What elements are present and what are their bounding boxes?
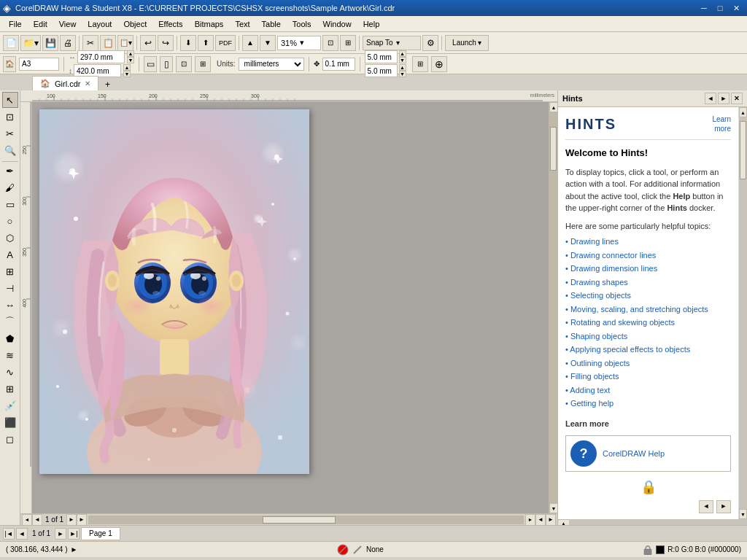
- launch-dropdown[interactable]: Launch ▾: [445, 35, 489, 51]
- menu-tools[interactable]: Tools: [287, 18, 317, 30]
- tool-table[interactable]: ⊞: [2, 263, 18, 279]
- hints-learn-more-link[interactable]: Learnmore: [712, 114, 731, 133]
- page-last-button[interactable]: ►|: [68, 528, 80, 540]
- tool-eyedropper[interactable]: 💉: [2, 397, 18, 413]
- print-button[interactable]: 🖨: [60, 35, 76, 51]
- menu-table[interactable]: Table: [256, 18, 287, 30]
- page-first-button[interactable]: |◄: [3, 528, 15, 540]
- tool-connector[interactable]: ↔: [2, 297, 18, 313]
- topic-drawing-lines[interactable]: • Drawing lines: [565, 235, 731, 249]
- undo-button[interactable]: ↩: [140, 35, 156, 51]
- hscroll-prev-button[interactable]: ◄: [32, 514, 42, 526]
- tool-bspline[interactable]: ⌒: [2, 314, 18, 330]
- height-down-button[interactable]: ▼: [123, 71, 131, 77]
- hints-forward-button[interactable]: ►: [716, 500, 731, 513]
- hscroll-track[interactable]: [88, 516, 524, 524]
- hints-nav-right[interactable]: ►: [718, 93, 729, 104]
- options-button[interactable]: ⚙: [422, 35, 438, 51]
- zoom-page-button[interactable]: ⊞: [340, 35, 356, 51]
- zoom-dropdown[interactable]: 31% ▾: [277, 36, 321, 50]
- hscroll-last-button[interactable]: ►: [77, 514, 87, 526]
- add-tab-button[interactable]: +: [101, 79, 113, 90]
- topic-shaping-objects[interactable]: • Shaping objects: [565, 330, 731, 343]
- hints-scroll-track[interactable]: [739, 117, 747, 509]
- horizontal-scrollbar[interactable]: ◄ ◄ 1 of 1 ► ► ► ◄ ►: [20, 513, 557, 525]
- pos-x-input[interactable]: [365, 50, 398, 63]
- minimize-button[interactable]: ─: [696, 0, 712, 16]
- menu-help[interactable]: Help: [357, 18, 386, 30]
- scroll-right-button[interactable]: ►: [525, 514, 535, 526]
- export-pdf-button[interactable]: PDF: [215, 35, 236, 51]
- tool-crop[interactable]: ✂: [2, 125, 18, 141]
- export-button[interactable]: ⬆: [198, 35, 214, 51]
- tool-parallel-dimension[interactable]: ⊣: [2, 280, 18, 296]
- portrait-button[interactable]: ▭: [144, 56, 157, 72]
- page-type-portrait[interactable]: 🏠: [3, 56, 16, 72]
- units-select[interactable]: millimeters inches pixels: [239, 58, 304, 71]
- tool-freehand-draw[interactable]: ✒: [2, 163, 18, 179]
- import-button[interactable]: ⬇: [180, 35, 196, 51]
- scroll-thumb-vertical[interactable]: [550, 127, 557, 171]
- scroll-left-button[interactable]: ◄: [22, 514, 32, 526]
- menu-text[interactable]: Text: [229, 18, 255, 30]
- tool-zoom[interactable]: 🔍: [2, 142, 18, 158]
- snap-to-dropdown[interactable]: Snap To ▾: [363, 36, 421, 50]
- pos-y-input[interactable]: [365, 64, 398, 77]
- vertical-scrollbar[interactable]: ▲ ▼: [549, 102, 557, 513]
- tool-shape[interactable]: ⬟: [2, 330, 18, 346]
- hints-nav-left[interactable]: ◄: [705, 93, 716, 104]
- tool-text[interactable]: A: [2, 246, 18, 262]
- hscroll-thumb[interactable]: [263, 516, 336, 524]
- bleed-button[interactable]: ⊞: [195, 56, 211, 72]
- close-button[interactable]: ✕: [728, 0, 744, 16]
- copy-button[interactable]: 📋: [100, 35, 116, 51]
- scroll-down-button[interactable]: ▼: [549, 503, 557, 513]
- topic-getting-help[interactable]: • Getting help: [565, 397, 731, 411]
- topic-dimension-lines[interactable]: • Drawing dimension lines: [565, 262, 731, 276]
- tool-pointer[interactable]: ↖: [2, 92, 18, 108]
- menu-effects[interactable]: Effects: [152, 18, 188, 30]
- hints-scroll-thumb[interactable]: [740, 121, 746, 179]
- scroll-up-button[interactable]: ▲: [549, 102, 557, 112]
- zoom-fit-button[interactable]: ⊡: [322, 35, 338, 51]
- height-up-button[interactable]: ▲: [123, 64, 131, 71]
- coreldraw-help-label[interactable]: CorelDRAW Help: [603, 448, 665, 460]
- topic-filling[interactable]: • Filling objects: [565, 370, 731, 384]
- hscroll-corner-right[interactable]: ►: [546, 514, 556, 526]
- page-width-input[interactable]: [77, 50, 125, 63]
- cut-button[interactable]: ✂: [82, 35, 98, 51]
- hints-content-area[interactable]: HINTS Learnmore Welcome to Hints! To dis…: [558, 107, 738, 519]
- tool-ellipse[interactable]: ○: [2, 213, 18, 229]
- topic-outlining[interactable]: • Outlining objects: [565, 357, 731, 370]
- topic-selecting-objects[interactable]: • Selecting objects: [565, 289, 731, 303]
- page-next-button[interactable]: ►: [55, 528, 66, 540]
- active-color-swatch[interactable]: [656, 545, 665, 554]
- topic-moving-scaling[interactable]: • Moving, scaling, and stretching object…: [565, 303, 731, 316]
- hscroll-next-button[interactable]: ►: [66, 514, 77, 526]
- width-up-button[interactable]: ▲: [127, 50, 134, 57]
- topic-rotating-skewing[interactable]: • Rotating and skewing objects: [565, 316, 731, 330]
- zoom-level-down-button[interactable]: ▼: [260, 35, 276, 51]
- align-button[interactable]: ⊞: [412, 56, 428, 72]
- redo-button[interactable]: ↪: [158, 35, 174, 51]
- hints-scroll-down[interactable]: ▼: [739, 509, 747, 519]
- canvas-scroll-area[interactable]: ▲ ▼: [32, 102, 557, 513]
- hints-back-button[interactable]: ◄: [699, 500, 713, 513]
- tool-roughen[interactable]: ∿: [2, 364, 18, 380]
- hints-scroll-up[interactable]: ▲: [739, 107, 747, 117]
- page-size-selector[interactable]: [19, 58, 59, 71]
- posx-down-button[interactable]: ▼: [399, 57, 406, 63]
- document-canvas[interactable]: [39, 109, 309, 474]
- posx-up-button[interactable]: ▲: [399, 50, 406, 57]
- menu-view[interactable]: View: [53, 18, 82, 30]
- paste-button[interactable]: 📋▾: [117, 35, 133, 51]
- tool-polygon[interactable]: ⬡: [2, 230, 18, 246]
- zoom-level-up-button[interactable]: ▲: [242, 35, 258, 51]
- topic-special-effects[interactable]: • Applying special effects to objects: [565, 343, 731, 357]
- tool-transparent[interactable]: ◻: [2, 431, 18, 447]
- open-dropdown[interactable]: 📁▾: [20, 35, 41, 51]
- menu-object[interactable]: Object: [117, 18, 152, 30]
- add-page-button[interactable]: ⊕: [431, 56, 447, 72]
- tool-artistic-media[interactable]: 🖌: [2, 179, 18, 195]
- maximize-button[interactable]: □: [712, 0, 728, 16]
